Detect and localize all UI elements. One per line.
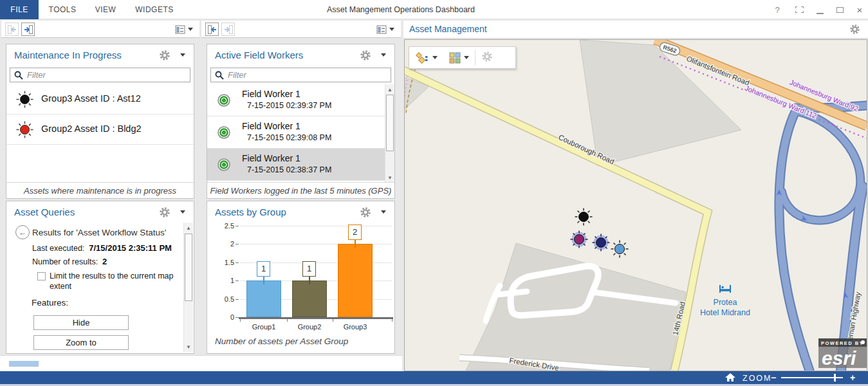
zoom-slider-handle[interactable] <box>834 374 836 381</box>
bar-label-connector <box>263 277 264 284</box>
chart-gridline <box>240 226 392 226</box>
titlebar: Asset Mangement Operations Dashboard FIL… <box>0 0 868 19</box>
query-results: ← Results for 'Asset Workflow Status' La… <box>6 222 183 353</box>
minimize-icon[interactable] <box>813 0 827 19</box>
gear-icon[interactable] <box>849 24 860 35</box>
worker-name: Field Worker 1 <box>242 89 300 99</box>
menu-file[interactable]: FILE <box>0 0 39 19</box>
chevron-down-icon[interactable] <box>180 53 185 57</box>
column-layout-dropdown[interactable] <box>375 23 396 36</box>
last-executed-label: Last executed: <box>32 244 84 253</box>
chart-bar-group1[interactable] <box>246 280 281 317</box>
scrollbar-thumb[interactable] <box>185 234 192 301</box>
zoom-to-button[interactable]: Zoom to <box>33 335 129 350</box>
filter-box <box>210 68 391 82</box>
move-widget-left-button[interactable] <box>205 23 219 36</box>
y-axis-tick-label: 1.5 <box>210 259 234 266</box>
help-icon[interactable]: ? <box>770 0 784 19</box>
map-canvas[interactable]: Olifantsfontein Road Couborough Road 14t… <box>405 40 867 371</box>
move-left-icon <box>207 24 217 35</box>
fullscreen-icon[interactable] <box>792 0 806 19</box>
zoom-in-button[interactable]: + <box>850 372 855 383</box>
scroll-down-icon[interactable]: ▼ <box>385 173 394 182</box>
esri-brand-text: esri <box>822 347 856 369</box>
maintenance-list-item[interactable]: Group2 Asset ID : Bldg2 <box>6 115 194 145</box>
worker-gps-icon <box>217 158 231 172</box>
column1-toolbar <box>1 21 199 38</box>
layout-list-icon <box>175 24 185 35</box>
y-axis-tick-label: 0 <box>210 313 234 321</box>
worker-timestamp: 7-15-2015 02:39:08 PM <box>247 133 331 142</box>
chevron-down-icon[interactable] <box>381 53 386 57</box>
asset-status-icon <box>16 121 33 138</box>
maximize-icon[interactable] <box>833 0 847 19</box>
map-settings-button-disabled[interactable] <box>476 47 499 68</box>
widget-footer: Field Workers logged in the last 5 minut… <box>207 182 394 198</box>
limit-checkbox[interactable] <box>37 272 46 280</box>
field-worker-list-item[interactable]: Field Worker 17-15-2015 02:39:37 PM <box>207 84 394 116</box>
column-layout-dropdown[interactable] <box>174 23 194 36</box>
scroll-up-icon[interactable]: ▲ <box>184 223 193 232</box>
chart-bar-group3[interactable] <box>338 244 373 317</box>
assets-by-group-chart: 00.511.522.51Group11Group22Group3 <box>207 222 394 354</box>
gear-icon[interactable] <box>159 207 171 218</box>
worker-timestamp: 7-15-2015 02:38:37 PM <box>247 165 331 174</box>
filter-input[interactable] <box>27 70 186 80</box>
bar-value-label: 2 <box>348 225 362 240</box>
field-worker-list-item-selected[interactable]: Field Worker 17-15-2015 02:38:37 PM <box>207 149 394 181</box>
bar-value-label: 1 <box>257 261 270 277</box>
y-axis-tick-label: 0.5 <box>210 295 234 303</box>
horizontal-scrollbar-thumb[interactable] <box>9 361 39 367</box>
scroll-up-icon[interactable]: ▲ <box>385 85 394 94</box>
map-legend-dropdown[interactable] <box>409 47 443 68</box>
vertical-scrollbar[interactable]: ▲ ▼ <box>183 223 193 352</box>
move-widget-left-button[interactable] <box>5 23 19 36</box>
field-worker-list-item[interactable]: Field Worker 17-15-2015 02:39:08 PM <box>207 116 394 149</box>
map-widget-header: Asset Management <box>403 21 868 39</box>
filter-input[interactable] <box>228 70 387 80</box>
bar-label-connector <box>355 240 356 248</box>
move-widget-right-button[interactable] <box>221 23 235 36</box>
back-button[interactable]: ← <box>15 225 30 239</box>
move-widget-right-button[interactable] <box>21 23 35 36</box>
asset-marker-purple[interactable] <box>571 231 588 248</box>
map-title: Asset Management <box>409 24 487 34</box>
chevron-down-icon[interactable] <box>180 210 185 214</box>
menu-widgets[interactable]: WIDGETS <box>131 0 178 19</box>
widget-title: Active Field Workers <box>215 50 303 60</box>
maintenance-list-item[interactable]: Group3 Asset ID : Ast12 <box>6 84 194 115</box>
gear-icon[interactable] <box>360 50 371 61</box>
zoom-out-button[interactable]: − <box>771 372 776 383</box>
gear-icon[interactable] <box>360 207 371 218</box>
home-icon[interactable] <box>725 373 735 382</box>
maintenance-list: Group3 Asset ID : Ast12Group2 Asset ID :… <box>6 84 194 145</box>
scroll-down-icon[interactable]: ▼ <box>184 342 193 351</box>
vertical-scrollbar[interactable]: ▲ ▼ <box>385 84 394 183</box>
basemap-gallery-dropdown[interactable] <box>443 47 475 68</box>
close-icon[interactable]: × <box>853 0 867 19</box>
hide-button[interactable]: Hide <box>33 315 129 330</box>
y-axis-tick <box>235 262 239 263</box>
bar-label-connector <box>309 277 310 284</box>
basemap-grid-icon <box>449 52 461 64</box>
y-axis-tick <box>235 226 239 226</box>
worker-gps-icon <box>217 93 231 107</box>
asset-marker-navy[interactable] <box>593 234 610 252</box>
features-label: Features: <box>32 298 68 308</box>
horizontal-scroll-area <box>0 355 402 371</box>
x-axis-line <box>239 317 393 319</box>
chart-bar-group2[interactable] <box>292 280 327 317</box>
chevron-down-icon[interactable] <box>381 210 386 214</box>
menu-tools[interactable]: TOOLS <box>45 0 80 19</box>
powered-by-text: POWERED BY <box>821 340 863 346</box>
menu-view[interactable]: VIEW <box>90 0 121 19</box>
widget-title: Asset Queries <box>14 207 75 217</box>
chevron-down-icon <box>432 56 438 59</box>
x-axis-category-label: Group1 <box>241 323 286 331</box>
scrollbar-thumb[interactable] <box>386 95 394 151</box>
limit-checkbox-label: Limit the results to the current map ext… <box>50 271 180 291</box>
gear-icon[interactable] <box>159 50 171 61</box>
x-axis-tick <box>240 319 241 322</box>
widget-title: Maintenance In Progress <box>14 50 122 60</box>
hotel-label-line1: Protea <box>714 298 737 307</box>
